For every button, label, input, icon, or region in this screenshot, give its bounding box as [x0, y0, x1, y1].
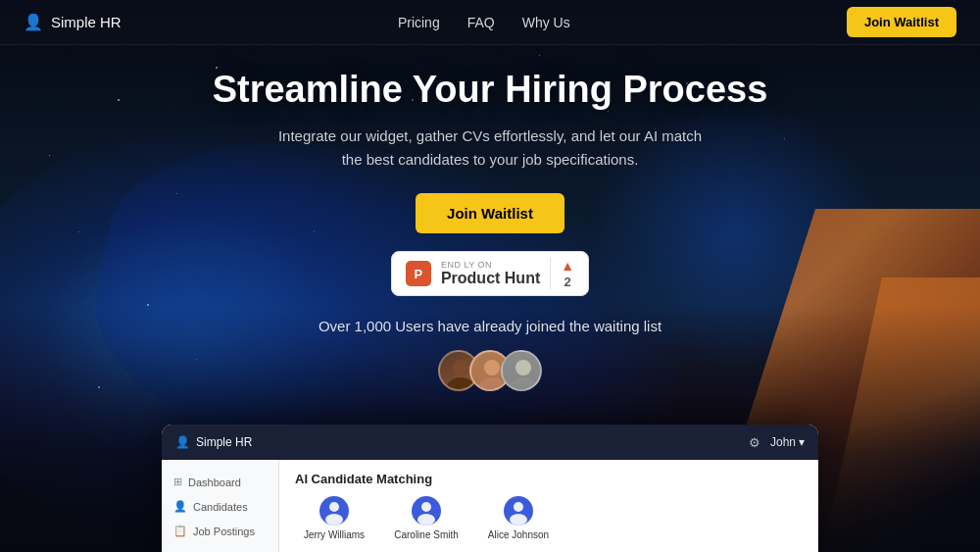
- candidate-name-1: Caroline Smith: [394, 529, 459, 540]
- candidate-card-1: Caroline Smith: [387, 496, 466, 540]
- ai-matching-title: AI Candidate Matching: [295, 472, 803, 486]
- candidates-list: Jerry Williams Caroline Smith: [295, 496, 803, 540]
- svg-point-9: [325, 514, 343, 526]
- product-hunt-prefix: END LY ON: [441, 260, 540, 270]
- candidate-name-2: Alice Johnson: [488, 529, 549, 540]
- svg-point-12: [514, 502, 523, 512]
- app-name: Simple HR: [51, 14, 122, 30]
- user-name: John: [770, 435, 796, 449]
- dashboard-app-name: Simple HR: [196, 435, 252, 449]
- hero-subtitle: Integrate our widget, gather CVs effortl…: [274, 125, 706, 172]
- logo-icon: 👤: [24, 13, 43, 31]
- dashboard-logo: 👤 Simple HR: [175, 435, 252, 449]
- candidate-card-0: Jerry Williams: [295, 496, 373, 540]
- user-avatars: [438, 350, 542, 391]
- app-logo: 👤 Simple HR: [24, 13, 122, 31]
- hero-join-waitlist-button[interactable]: Join Waitlist: [416, 193, 564, 233]
- sidebar-item-candidates[interactable]: 👤 Candidates: [162, 494, 278, 519]
- svg-point-0: [453, 360, 468, 376]
- candidate-name-0: Jerry Williams: [304, 529, 365, 540]
- sidebar-item-job-postings[interactable]: 📋 Job Postings: [162, 519, 278, 543]
- candidate-avatar-0: [319, 496, 349, 526]
- navbar: 👤 Simple HR Pricing FAQ Why Us Join Wait…: [0, 0, 980, 45]
- user-dropdown-icon: ▾: [799, 435, 805, 449]
- sidebar-label-job-postings: Job Postings: [193, 526, 255, 537]
- candidate-avatar-1: [412, 496, 441, 526]
- settings-icon[interactable]: ⚙: [749, 435, 760, 450]
- dashboard-sidebar: ⊞ Dashboard 👤 Candidates 📋 Job Postings: [162, 460, 279, 552]
- sidebar-label-candidates: Candidates: [193, 501, 248, 513]
- nav-links: Pricing FAQ Why Us: [398, 15, 570, 30]
- hero-section: 👤 Simple HR Pricing FAQ Why Us Join Wait…: [0, 0, 980, 552]
- dashboard-preview: 👤 Simple HR ⚙ John ▾ ⊞ Dashboard 👤: [162, 425, 818, 552]
- product-hunt-name: Product Hunt: [441, 270, 540, 287]
- upvote-arrow-icon: ▲: [561, 258, 574, 274]
- nav-faq[interactable]: FAQ: [467, 15, 495, 30]
- hero-title: Streamline Your Hiring Process: [213, 69, 768, 111]
- dashboard-actions: ⚙ John ▾: [749, 435, 805, 450]
- user-menu[interactable]: John ▾: [770, 435, 805, 449]
- dashboard-topbar: 👤 Simple HR ⚙ John ▾: [162, 425, 818, 460]
- avatar-3: [501, 350, 542, 391]
- product-hunt-icon: P: [406, 261, 431, 286]
- product-hunt-badge[interactable]: P END LY ON Product Hunt ▲ 2: [391, 251, 589, 296]
- sidebar-item-dashboard[interactable]: ⊞ Dashboard: [162, 470, 278, 494]
- nav-why-us[interactable]: Why Us: [522, 15, 570, 30]
- sidebar-label-dashboard: Dashboard: [188, 477, 241, 488]
- job-postings-icon: 📋: [173, 525, 187, 537]
- navbar-join-waitlist-button[interactable]: Join Waitlist: [847, 7, 956, 37]
- svg-point-13: [510, 514, 527, 526]
- svg-point-8: [329, 502, 339, 512]
- svg-point-10: [421, 502, 431, 512]
- product-hunt-text: END LY ON Product Hunt: [441, 260, 540, 287]
- svg-point-11: [417, 514, 435, 526]
- svg-point-1: [447, 377, 474, 391]
- svg-point-6: [515, 360, 531, 376]
- dashboard-icon: ⊞: [173, 476, 182, 488]
- dashboard-logo-icon: 👤: [175, 435, 190, 449]
- nav-pricing[interactable]: Pricing: [398, 15, 440, 30]
- svg-point-3: [484, 360, 500, 376]
- candidates-icon: 👤: [173, 500, 187, 513]
- upvote-count: 2: [564, 275, 571, 289]
- product-hunt-upvote[interactable]: ▲ 2: [550, 258, 574, 289]
- dashboard-main: AI Candidate Matching Jerry Williams: [279, 460, 818, 552]
- candidate-avatar-2: [504, 496, 533, 526]
- candidate-card-2: Alice Johnson: [479, 496, 558, 540]
- waitlist-count-text: Over 1,000 Users have already joined the…: [318, 318, 662, 334]
- dashboard-body: ⊞ Dashboard 👤 Candidates 📋 Job Postings …: [162, 460, 818, 552]
